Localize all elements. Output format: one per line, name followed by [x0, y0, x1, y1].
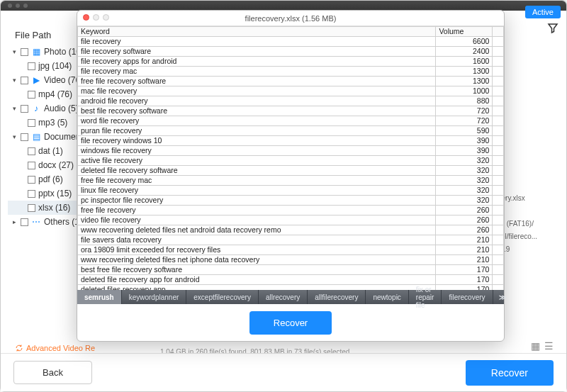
table-row[interactable]: www recovering deleted files net android…	[78, 225, 504, 235]
table-row[interactable]: file recovery apps for android1600	[78, 57, 504, 67]
modal-footer: Recover	[77, 304, 504, 341]
checkbox[interactable]	[28, 62, 35, 70]
table-row[interactable]: active file recovery320	[78, 156, 504, 166]
sheet-tab[interactable]: fix or repair file	[409, 290, 442, 304]
sheet-tab[interactable]: exceptfilerecovery	[186, 290, 259, 304]
refresh-icon	[15, 344, 23, 352]
checkbox[interactable]	[21, 133, 28, 141]
table-row[interactable]: video file recovery260	[78, 215, 504, 225]
main-titlebar	[1, 1, 566, 11]
checkbox[interactable]	[28, 176, 35, 184]
sheet-tab[interactable]: newtopic	[366, 290, 408, 304]
table-row[interactable]: file recovery software2400	[78, 47, 504, 57]
checkbox[interactable]	[28, 147, 35, 155]
sheet-tab[interactable]: filerecovery	[442, 290, 493, 304]
caret-icon[interactable]: ▾	[11, 105, 18, 112]
table-row[interactable]: deleted files recovery app170	[78, 285, 504, 291]
tabs-more-icon[interactable]: ≫	[493, 290, 512, 304]
photo-icon: ▦	[31, 47, 41, 57]
table-row[interactable]: best file recovery software720	[78, 106, 504, 116]
back-button[interactable]: Back	[13, 361, 92, 384]
checkbox[interactable]	[28, 162, 35, 169]
recover-button-main[interactable]: Recover	[466, 360, 554, 386]
minimize-icon[interactable]	[93, 14, 99, 21]
checkbox[interactable]	[21, 218, 28, 226]
table-row[interactable]: file recovery windows 10390	[78, 136, 504, 146]
sheet-tab[interactable]: keywordplanner	[122, 290, 187, 304]
maximize-icon[interactable]	[103, 14, 109, 21]
spreadsheet[interactable]: KeywordVolumefile recovery6600file recov…	[77, 26, 504, 290]
table-row[interactable]: mac file recovery1000	[78, 86, 504, 96]
caret-icon[interactable]: ▸	[11, 218, 18, 225]
checkbox[interactable]	[21, 48, 28, 56]
sheet-tab[interactable]: allrecovery	[259, 290, 308, 304]
preview-modal: filerecovery.xlsx (1.56 MB) KeywordVolum…	[77, 10, 505, 342]
list-view-icon[interactable]: ☰	[544, 340, 554, 352]
recover-button-modal[interactable]: Recover	[249, 311, 332, 335]
active-badge[interactable]: Active	[525, 6, 561, 18]
checkbox[interactable]	[28, 91, 35, 99]
filter-icon[interactable]	[546, 22, 559, 35]
sheet-tabs[interactable]: semrushkeywordplannerexceptfilerecoverya…	[77, 290, 504, 304]
footer: Back Recover	[1, 353, 566, 391]
grid-view-icon[interactable]: ▦	[531, 340, 540, 352]
table-row[interactable]: word file recovery720	[78, 116, 504, 126]
table-row[interactable]: ora 19809 limit exceeded for recovery fi…	[78, 245, 504, 255]
table-row[interactable]: deleted file recovery app for android170	[78, 275, 504, 285]
table-row[interactable]: file savers data recovery210	[78, 235, 504, 245]
checkbox[interactable]	[21, 77, 28, 84]
table-row[interactable]: deleted file recovery software320	[78, 166, 504, 176]
checkbox[interactable]	[28, 119, 35, 127]
table-row[interactable]: windows file recovery390	[78, 146, 504, 156]
caret-icon[interactable]: ▾	[11, 133, 18, 140]
table-row[interactable]: www recovering deleted files net iphone …	[78, 255, 504, 265]
audio-icon: ♪	[31, 103, 41, 113]
sheet-tab[interactable]: semrush	[77, 290, 122, 304]
table-row[interactable]: puran file recovery590	[78, 126, 504, 136]
checkbox[interactable]	[21, 105, 28, 113]
column-header: Keyword	[78, 27, 436, 37]
caret-icon[interactable]: ▾	[11, 77, 18, 84]
view-toggle[interactable]: ▦ ☰	[531, 340, 554, 352]
checkbox[interactable]	[28, 204, 35, 212]
checkbox[interactable]	[28, 190, 35, 198]
close-icon[interactable]	[83, 14, 89, 21]
advanced-video-recovery[interactable]: Advanced Video Re	[15, 344, 95, 352]
advanced-video-label: Advanced Video Re	[26, 344, 95, 352]
table-row[interactable]: pc inspector file recovery320	[78, 196, 504, 206]
table-row[interactable]: android file recovery880	[78, 96, 504, 106]
caret-icon[interactable]: ▾	[11, 48, 18, 55]
table-row[interactable]: best free file recovery software170	[78, 265, 504, 275]
modal-title: filerecovery.xlsx (1.56 MB)	[245, 14, 337, 23]
others-icon: ⋯	[31, 217, 41, 227]
table-row[interactable]: file recovery6600	[78, 37, 504, 47]
document-icon: ▤	[31, 132, 41, 142]
table-row[interactable]: free file recovery software1300	[78, 77, 504, 86]
sheet-tab[interactable]: allfilerecovery	[308, 290, 366, 304]
table-row[interactable]: file recovery mac1300	[78, 67, 504, 77]
traffic-lights[interactable]	[83, 14, 109, 21]
video-icon: ▶	[31, 75, 41, 85]
table-row[interactable]: linux file recovery320	[78, 186, 504, 196]
column-header: Volume	[436, 27, 493, 37]
table-row[interactable]: free file recovery mac320	[78, 176, 504, 186]
spreadsheet-table: KeywordVolumefile recovery6600file recov…	[77, 26, 504, 290]
table-row[interactable]: free file recovery260	[78, 206, 504, 215]
modal-titlebar: filerecovery.xlsx (1.56 MB)	[77, 11, 504, 26]
